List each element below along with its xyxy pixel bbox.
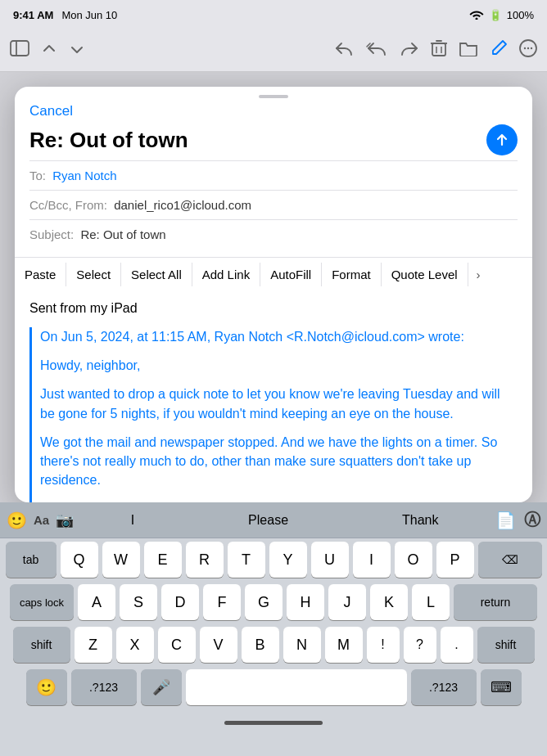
key-a[interactable]: A [78,584,115,620]
subject-field[interactable]: Subject: Re: Out of town [29,219,518,249]
key-space[interactable] [186,669,407,705]
chevron-down-icon[interactable] [69,41,85,60]
circle-a-icon[interactable]: Ⓐ [524,509,540,531]
context-menu-more[interactable]: › [468,263,489,286]
battery-icon: 🔋 [489,9,502,21]
predictive-word-thank[interactable]: Thank [392,510,448,531]
predictive-word-please[interactable]: Please [238,510,298,531]
key-w[interactable]: W [102,542,140,578]
key-mic[interactable]: 🎤 [141,669,182,705]
compose-icon[interactable] [490,39,508,61]
key-o[interactable]: O [395,542,432,578]
toolbar [0,29,547,72]
compose-header: Cancel Re: Out of town To: Ryan Notch Cc… [15,103,532,257]
key-period[interactable]: . [441,627,473,663]
key-g[interactable]: G [245,584,283,620]
context-add-link[interactable]: Add Link [192,263,260,286]
quoted-line-1: Howdy, neighbor, [40,356,518,375]
chevron-up-icon[interactable] [41,41,57,60]
keyboard-area: 🙂 Aa 📷 I Please Thank 📄 Ⓐ tab Q W E R T … [0,502,547,756]
send-button[interactable] [486,124,518,155]
key-c[interactable]: C [158,627,196,663]
key-d[interactable]: D [161,584,199,620]
sent-from-text: Sent from my iPad [29,301,518,316]
key-h[interactable]: H [287,584,324,620]
context-select-all[interactable]: Select All [121,263,192,286]
folder-icon[interactable] [459,40,478,61]
key-i[interactable]: I [353,542,391,578]
key-k[interactable]: K [370,584,408,620]
context-paste[interactable]: Paste [15,263,66,286]
trash-icon[interactable] [431,39,447,61]
key-e[interactable]: E [144,542,182,578]
wifi-icon [469,8,484,22]
quoted-line-2: Just wanted to drop a quick note to let … [40,385,518,422]
key-row-4: 🙂 .?123 🎤 .?123 ⌨ [3,669,544,705]
cancel-button[interactable]: Cancel [29,103,73,119]
keyboard-rows: tab Q W E R T Y U I O P ⌫ caps lock A S … [0,538,547,705]
key-shift-left[interactable]: shift [13,627,70,663]
key-row-1: tab Q W E R T Y U I O P ⌫ [3,542,544,578]
key-exclaim[interactable]: ! [367,627,400,663]
key-f[interactable]: F [203,584,241,620]
context-select[interactable]: Select [66,263,121,286]
context-autofill[interactable]: AutoFill [260,263,322,286]
aa-font-icon[interactable]: Aa [34,513,49,527]
sidebar-toggle-icon[interactable] [10,40,29,61]
more-icon[interactable] [519,39,537,61]
drag-handle [15,87,532,103]
key-caps-lock[interactable]: caps lock [10,584,74,620]
to-label: To: [29,169,46,182]
key-r[interactable]: R [186,542,224,578]
key-123-left[interactable]: .?123 [71,669,137,705]
key-y[interactable]: Y [269,542,307,578]
drag-handle-bar [259,95,288,98]
from-field[interactable]: Cc/Bcc, From: daniel_rico1@icloud.com [29,190,518,219]
key-shift-right[interactable]: shift [477,627,535,663]
compose-body[interactable]: Sent from my iPad On Jun 5, 2024, at 11:… [15,291,532,502]
camera-keyboard-icon[interactable]: 📷 [56,511,74,529]
predictive-word-i[interactable]: I [121,510,144,531]
key-x[interactable]: X [116,627,154,663]
svg-point-9 [527,47,529,49]
to-value: Ryan Notch [52,169,116,182]
ccbcc-label: Cc/Bcc, From: [29,198,107,212]
key-v[interactable]: V [200,627,237,663]
key-p[interactable]: P [436,542,474,578]
key-s[interactable]: S [120,584,157,620]
reply-icon[interactable] [334,40,354,61]
subject-label: Subject: [29,227,74,241]
key-return[interactable]: return [454,584,537,620]
key-n[interactable]: N [283,627,321,663]
forward-icon[interactable] [400,40,419,61]
quoted-header: On Jun 5, 2024, at 11:15 AM, Ryan Notch … [40,327,518,346]
status-date: Mon Jun 10 [61,9,117,21]
emoji-icon[interactable]: 🙂 [7,511,27,530]
key-keyboard[interactable]: ⌨ [481,669,522,705]
subject-title-text: Re: Out of town [29,128,188,153]
key-question[interactable]: ? [404,627,436,663]
key-u[interactable]: U [311,542,349,578]
key-delete[interactable]: ⌫ [478,542,542,578]
context-quote-level[interactable]: Quote Level [382,263,468,286]
key-l[interactable]: L [412,584,450,620]
to-field[interactable]: To: Ryan Notch [29,160,518,190]
key-123-right[interactable]: .?123 [411,669,477,705]
key-q[interactable]: Q [61,542,98,578]
key-b[interactable]: B [242,627,279,663]
key-z[interactable]: Z [75,627,112,663]
predictive-bar: 🙂 Aa 📷 I Please Thank 📄 Ⓐ [0,502,547,538]
key-t[interactable]: T [228,542,265,578]
doc-icon[interactable]: 📄 [495,511,516,530]
context-format[interactable]: Format [322,263,382,286]
svg-point-10 [531,47,532,49]
key-emoji[interactable]: 🙂 [26,669,67,705]
key-m[interactable]: M [325,627,363,663]
from-value: daniel_rico1@icloud.com [114,198,251,212]
key-tab[interactable]: tab [6,542,57,578]
subject-value: Re: Out of town [80,227,165,241]
key-j[interactable]: J [328,584,366,620]
context-menu-bar: Paste Select Select All Add Link AutoFil… [15,257,532,291]
reply-all-icon[interactable] [365,40,388,61]
key-row-3: shift Z X C V B N M ! ? . shift [3,627,544,663]
